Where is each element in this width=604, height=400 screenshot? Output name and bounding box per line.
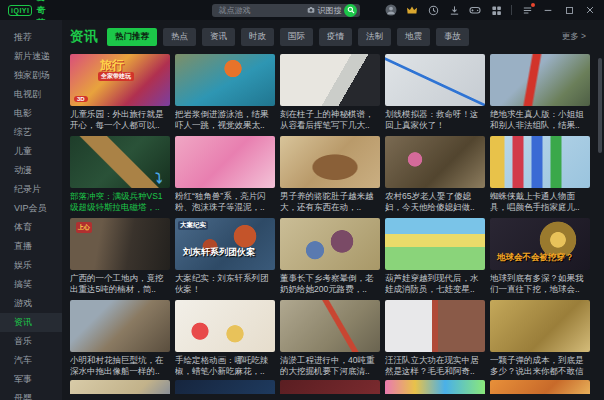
sidebar-item-8[interactable]: 纪录片	[0, 180, 62, 199]
video-thumbnail-partial[interactable]	[70, 380, 170, 394]
video-title: 把岩浆倒进游泳池，结果吓人一跳，视觉效果太..	[175, 109, 275, 131]
sidebar-item-9[interactable]: VIP会员	[0, 199, 62, 218]
more-link[interactable]: 更多 >	[562, 31, 586, 43]
video-thumbnail[interactable]	[490, 136, 590, 188]
video-card[interactable]: 地球会不会被挖穿？地球到底有多深？如果我们一直往下挖，地球会..	[490, 218, 590, 295]
close-button[interactable]	[584, 4, 596, 16]
video-thumbnail[interactable]	[175, 54, 275, 106]
video-card[interactable]: 手绘定格动画：哪吒吃辣椒，蜡笔小新吃麻花，..	[175, 300, 275, 377]
video-card[interactable]: 农村65岁老人娶了傻媳妇，今天他给傻媳妇做..	[385, 136, 485, 213]
sidebar-item-6[interactable]: 儿童	[0, 142, 62, 161]
video-thumbnail[interactable]	[175, 300, 275, 352]
video-thumbnail[interactable]	[70, 300, 170, 352]
tab-5[interactable]: 疫情	[319, 28, 352, 46]
video-thumbnail[interactable]	[280, 218, 380, 270]
video-thumbnail[interactable]	[280, 136, 380, 188]
sidebar-item-7[interactable]: 动漫	[0, 161, 62, 180]
sidebar-item-0[interactable]: 推荐	[0, 28, 62, 47]
tab-2[interactable]: 资讯	[202, 28, 235, 46]
maximize-button[interactable]	[563, 4, 575, 16]
video-thumbnail-partial[interactable]	[175, 380, 275, 394]
video-thumbnail[interactable]	[490, 300, 590, 352]
search-bar[interactable]: 识图搜	[212, 4, 360, 17]
video-card[interactable]: 小明和村花抽巨型坑，在深水中拖出像船一样的..	[70, 300, 170, 377]
video-card[interactable]: 绝地求生真人版：小姐姐和别人非法组队，结果..	[490, 54, 590, 131]
video-thumbnail-partial[interactable]	[385, 380, 485, 394]
sidebar-item-12[interactable]: 娱乐	[0, 256, 62, 275]
scrollbar-thumb[interactable]	[598, 58, 602, 153]
sidebar-item-4[interactable]: 电影	[0, 104, 62, 123]
video-thumbnail[interactable]: 地球会不会被挖穿？	[490, 218, 590, 270]
video-card[interactable]: 葫芦娃穿越到现代后，水娃成消防员，七娃变星..	[385, 218, 485, 295]
video-thumbnail[interactable]	[280, 54, 380, 106]
avatar-icon[interactable]	[385, 4, 397, 16]
image-search-button[interactable]: 识图搜	[307, 5, 341, 16]
video-thumbnail[interactable]	[280, 300, 380, 352]
menu-button[interactable]	[521, 4, 533, 16]
video-thumbnail[interactable]	[490, 54, 590, 106]
video-card[interactable]: 清淤工程进行中，40吨重的大挖掘机要下河底清..	[280, 300, 380, 377]
tab-6[interactable]: 法制	[358, 28, 391, 46]
video-thumbnail[interactable]: 旅行全家带娃玩3D	[70, 54, 170, 106]
tab-4[interactable]: 国际	[280, 28, 313, 46]
thumbnail-overlay-text: 刘东轩系列团伙案	[183, 246, 255, 259]
video-card[interactable]: 蜘蛛侠戴上卡通人物面具，唱颜色手指家庭儿..	[490, 136, 590, 213]
sidebar-item-11[interactable]: 直播	[0, 237, 62, 256]
tab-7[interactable]: 地震	[397, 28, 430, 46]
sidebar-item-17[interactable]: 汽车	[0, 351, 62, 370]
sidebar-item-14[interactable]: 游戏	[0, 294, 62, 313]
video-thumbnail[interactable]	[385, 136, 485, 188]
video-card[interactable]: 上心广西的一个工地内，竟挖出重达5吨的楠材，简..	[70, 218, 170, 295]
video-card[interactable]: 董事长下乡考察晕倒，老奶奶给她200元路费，..	[280, 218, 380, 295]
video-thumbnail[interactable]	[175, 136, 275, 188]
video-thumbnail-partial[interactable]	[490, 380, 590, 394]
search-button[interactable]	[344, 4, 357, 17]
video-thumbnail-partial[interactable]	[280, 380, 380, 394]
category-tabs: 热门推荐热点资讯时政国际疫情法制地震事故	[107, 28, 469, 46]
video-card[interactable]: 男子养的骆驼肚子越来越大，还有东西在动，..	[280, 136, 380, 213]
video-card[interactable]: 刻在柱子上的神秘棋谱，从容看后挥笔写下几大..	[280, 54, 380, 131]
sidebar-item-16[interactable]: 音乐	[0, 332, 62, 351]
video-card[interactable]: 汪汪队立大功在现实中居然是这样？毛毛和阿奇..	[385, 300, 485, 377]
apps-icon[interactable]	[490, 4, 502, 16]
search-input[interactable]	[218, 6, 304, 15]
video-card[interactable]: ⤵部落冲突：满级兵种VS1级超级特斯拉电磁塔，..	[70, 136, 170, 213]
sidebar-item-18[interactable]: 军事	[0, 370, 62, 389]
vip-crown-icon[interactable]	[406, 4, 418, 16]
titlebar: iQIYI 爱奇艺 识图搜	[0, 0, 604, 20]
video-card[interactable]: 旅行全家带娃玩3D儿童乐园：外出旅行就是开心，每一个人都可以..	[70, 54, 170, 131]
video-thumbnail[interactable]	[385, 54, 485, 106]
video-card[interactable]: 划线模拟器：救命呀！这回上真家伙了！	[385, 54, 485, 131]
video-thumbnail[interactable]	[385, 300, 485, 352]
sidebar-item-13[interactable]: 搞笑	[0, 275, 62, 294]
games-icon[interactable]	[469, 4, 481, 16]
video-card[interactable]: 大案纪实刘东轩系列团伙案大案纪实：刘东轩系列团伙案！	[175, 218, 275, 295]
video-card[interactable]: 把岩浆倒进游泳池，结果吓人一跳，视觉效果太..	[175, 54, 275, 131]
sidebar-item-19[interactable]: 母婴	[0, 389, 62, 400]
video-card[interactable]: 粉红“独角兽”系，亮片闪粉、泡沫珠子等混泥，..	[175, 136, 275, 213]
download-icon[interactable]	[448, 4, 460, 16]
sidebar-item-10[interactable]: 体育	[0, 218, 62, 237]
tab-3[interactable]: 时政	[241, 28, 274, 46]
minimize-button[interactable]	[542, 4, 554, 16]
video-title: 大案纪实：刘东轩系列团伙案！	[175, 273, 275, 295]
history-icon[interactable]	[427, 4, 439, 16]
notification-dot	[531, 3, 535, 7]
video-thumbnail[interactable]: 大案纪实刘东轩系列团伙案	[175, 218, 275, 270]
video-title: 董事长下乡考察晕倒，老奶奶给她200元路费，..	[280, 273, 380, 295]
video-thumbnail[interactable]: 上心	[70, 218, 170, 270]
tab-1[interactable]: 热点	[163, 28, 196, 46]
video-card[interactable]: 一颗子弹的成本，到底是多少？说出来你都不敢信	[490, 300, 590, 377]
sidebar-item-1[interactable]: 新片速递	[0, 47, 62, 66]
sidebar-item-3[interactable]: 电视剧	[0, 85, 62, 104]
tab-8[interactable]: 事故	[436, 28, 469, 46]
sidebar-item-15[interactable]: 资讯	[0, 313, 62, 332]
video-thumbnail[interactable]: ⤵	[70, 136, 170, 188]
video-title: 清淤工程进行中，40吨重的大挖掘机要下河底清..	[280, 355, 380, 377]
sidebar-item-2[interactable]: 独家剧场	[0, 66, 62, 85]
video-title: 手绘定格动画：哪吒吃辣椒，蜡笔小新吃麻花，..	[175, 355, 275, 377]
video-thumbnail[interactable]	[385, 218, 485, 270]
video-title: 葫芦娃穿越到现代后，水娃成消防员，七娃变星..	[385, 273, 485, 295]
tab-0[interactable]: 热门推荐	[107, 28, 157, 46]
sidebar-item-5[interactable]: 综艺	[0, 123, 62, 142]
